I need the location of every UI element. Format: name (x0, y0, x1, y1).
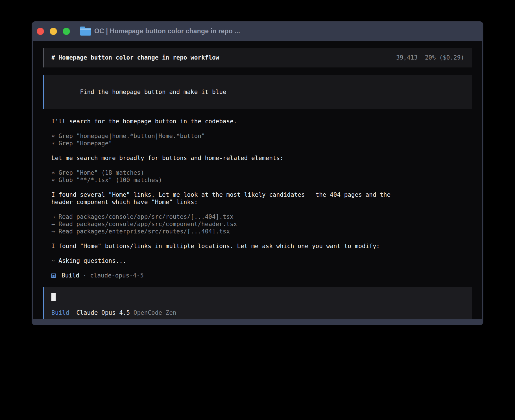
user-message: Find the homepage button and make it blu… (43, 75, 472, 109)
session-title: # Homepage button color change in repo w… (51, 54, 219, 61)
agent-separator: · (79, 272, 90, 279)
assistant-response: I'll search for the homepage button in t… (43, 118, 472, 279)
window-titlebar[interactable]: OC | Homepage button color change in rep… (32, 21, 483, 41)
window-title: OC | Homepage button color change in rep… (94, 27, 240, 35)
minimize-button[interactable] (50, 28, 57, 35)
tool-call-group: ∗ Grep "homepage|home.*button|Home.*butt… (51, 132, 401, 147)
user-message-text: Find the homepage button and make it blu… (80, 89, 226, 95)
token-count: 39,413 (396, 54, 418, 61)
tool-call-line: ∗ Grep "Homepage" (51, 140, 112, 147)
tool-call-line: → Read packages/console/app/src/componen… (51, 221, 237, 228)
terminal-body: # Homepage button color change in repo w… (33, 41, 482, 319)
input-agent-label: Build (51, 309, 69, 316)
square-in-square-icon (51, 274, 56, 278)
tool-call-group: → Read packages/console/app/src/routes/[… (51, 213, 401, 235)
assistant-text: I found several "Home" links. Let me loo… (51, 191, 401, 206)
assistant-status-text: ~ Asking questions... (51, 257, 401, 264)
agent-model: claude-opus-4-5 (90, 272, 144, 279)
tool-call-line: ∗ Glob "**/*.tsx" (100 matches) (51, 177, 162, 183)
folder-icon (80, 28, 91, 36)
assistant-text: Let me search more broadly for buttons a… (51, 154, 401, 162)
model-status-row: Build Claude Opus 4.5 OpenCode Zen (51, 309, 464, 316)
agent-name: Build (62, 272, 79, 279)
context-usage: 20% ($0.29) (425, 54, 464, 61)
assistant-text: I'll search for the homepage button in t… (51, 118, 401, 125)
prompt-input[interactable]: Build Claude Opus 4.5 OpenCode Zen (43, 287, 472, 319)
input-model-label: Claude Opus 4.5 (77, 309, 130, 316)
session-stats: 39,41320% ($0.29) (396, 54, 464, 61)
tool-call-line: ∗ Grep "homepage|home.*button|Home.*butt… (51, 133, 205, 139)
agent-status-row: Build · claude-opus-4-5 (51, 272, 472, 279)
tool-call-line: → Read packages/enterprise/src/routes/[.… (51, 228, 230, 235)
session-header-card: # Homepage button color change in repo w… (43, 48, 472, 67)
input-provider-label: OpenCode Zen (134, 309, 176, 316)
session-content: # Homepage button color change in repo w… (33, 41, 482, 319)
terminal-window: OC | Homepage button color change in rep… (32, 21, 483, 325)
text-cursor (51, 293, 56, 301)
tool-call-group: ∗ Grep "Home" (18 matches)∗ Glob "**/*.t… (51, 169, 401, 184)
tool-call-line: ∗ Grep "Home" (18 matches) (51, 169, 144, 176)
close-button[interactable] (37, 28, 44, 35)
prompt-input-line[interactable] (51, 293, 464, 303)
assistant-text: I found "Home" buttons/links in multiple… (51, 242, 401, 250)
zoom-button[interactable] (63, 28, 70, 35)
tool-call-line: → Read packages/console/app/src/routes/[… (51, 213, 234, 220)
